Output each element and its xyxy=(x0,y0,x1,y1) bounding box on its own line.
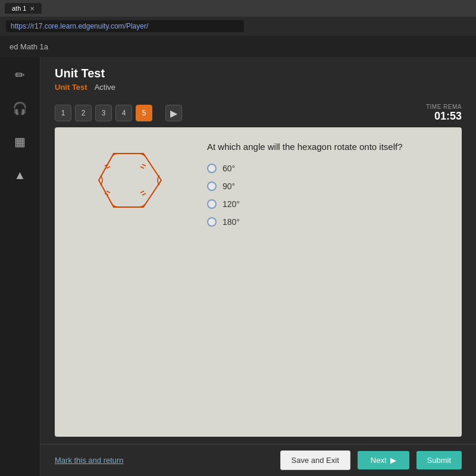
bottom-bar: Mark this and return Save and Exit Next … xyxy=(40,444,476,476)
radio-c[interactable] xyxy=(207,199,217,209)
choice-label-b: 90° xyxy=(223,181,235,191)
hexagon-diagram xyxy=(69,142,188,221)
question-btn-3[interactable]: 3 xyxy=(95,105,112,121)
app-container: ed Math 1a ✏ 🎧 ▦ ▲ Unit Test Unit Test A… xyxy=(0,36,476,476)
headphones-icon[interactable]: 🎧 xyxy=(10,98,31,119)
submit-button[interactable]: Submit xyxy=(416,451,462,469)
choice-label-c: 120° xyxy=(223,199,240,209)
svg-line-6 xyxy=(107,191,110,193)
address-input[interactable] xyxy=(6,20,244,32)
pencil-icon[interactable]: ✏ xyxy=(10,64,31,86)
choice-label-a: 60° xyxy=(223,164,235,173)
choice-item-c[interactable]: 120° xyxy=(207,199,447,209)
timer-value: 01:53 xyxy=(426,110,462,123)
panel-subtitle: Unit Test Active xyxy=(55,83,462,92)
calculator-icon[interactable]: ▦ xyxy=(10,131,31,152)
subtitle-unit-test: Unit Test xyxy=(55,83,87,92)
tab-bar: ath 1 ✕ xyxy=(0,0,476,17)
radio-b[interactable] xyxy=(207,181,217,191)
address-bar xyxy=(0,17,476,36)
question-btn-4[interactable]: 4 xyxy=(115,105,132,121)
app-header-label: ed Math 1a xyxy=(10,42,48,51)
panel-title: Unit Test xyxy=(55,67,462,80)
svg-line-3 xyxy=(142,164,146,166)
nav-row: 1 2 3 4 5 ▶ TIME REMA 01:53 xyxy=(40,104,476,123)
hexagon-svg xyxy=(69,142,182,219)
main-layout: ✏ 🎧 ▦ ▲ Unit Test Unit Test Active 1 2 3 xyxy=(0,57,476,476)
save-exit-button[interactable]: Save and Exit xyxy=(280,450,350,470)
next-arrow-icon: ▶ xyxy=(390,456,396,465)
choice-item-d[interactable]: 180° xyxy=(207,217,447,227)
radio-a[interactable] xyxy=(207,164,217,173)
question-btn-1[interactable]: 1 xyxy=(55,105,71,121)
subtitle-status: Active xyxy=(95,83,115,92)
question-content: At which angle will the hexagon rotate o… xyxy=(55,127,462,437)
question-nav: 1 2 3 4 5 ▶ xyxy=(55,105,182,121)
radio-d[interactable] xyxy=(207,217,217,227)
browser-chrome: ath 1 ✕ xyxy=(0,0,476,36)
timer-label: TIME REMA xyxy=(426,104,462,110)
panel-header: Unit Test Unit Test Active xyxy=(40,57,476,104)
tab-close-icon[interactable]: ✕ xyxy=(30,5,35,12)
sidebar: ✏ 🎧 ▦ ▲ xyxy=(0,57,40,476)
svg-line-2 xyxy=(107,167,110,168)
question-btn-2[interactable]: 2 xyxy=(75,105,92,121)
svg-line-7 xyxy=(142,193,146,195)
nav-forward-arrow[interactable]: ▶ xyxy=(165,105,182,121)
arrow-up-icon[interactable]: ▲ xyxy=(10,164,31,186)
question-text: At which angle will the hexagon rotate o… xyxy=(207,142,447,152)
timer-display: TIME REMA 01:53 xyxy=(426,104,462,123)
mark-return-link[interactable]: Mark this and return xyxy=(55,456,124,465)
choice-item-a[interactable]: 60° xyxy=(207,164,447,173)
tab-label: ath 1 xyxy=(12,5,26,12)
svg-line-4 xyxy=(140,167,144,168)
content-area: Unit Test Unit Test Active 1 2 3 4 5 ▶ T… xyxy=(40,57,476,476)
answer-area: At which angle will the hexagon rotate o… xyxy=(207,142,447,235)
choice-item-b[interactable]: 90° xyxy=(207,181,447,191)
question-btn-5[interactable]: 5 xyxy=(136,105,152,121)
svg-marker-0 xyxy=(99,154,161,207)
choice-label-d: 180° xyxy=(223,217,240,227)
svg-line-8 xyxy=(140,191,144,193)
active-tab[interactable]: ath 1 ✕ xyxy=(5,3,42,14)
next-label: Next xyxy=(371,456,387,465)
app-header: ed Math 1a xyxy=(0,36,476,57)
next-button[interactable]: Next ▶ xyxy=(358,451,409,469)
